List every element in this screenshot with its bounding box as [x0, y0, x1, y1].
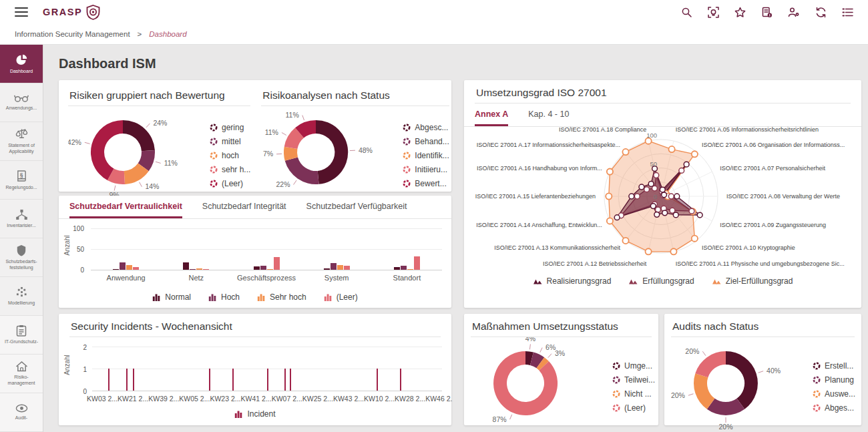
list-menu-icon[interactable]	[842, 7, 853, 17]
donut-slice-gering[interactable]	[123, 120, 155, 151]
radar-point[interactable]	[673, 212, 678, 218]
sidebar-item-dashboard[interactable]: Dashboard	[0, 45, 43, 83]
radar-point[interactable]	[660, 187, 665, 192]
radar-point[interactable]	[654, 212, 660, 217]
tab-annex-a[interactable]: Annex A	[475, 110, 508, 126]
favorite-star-icon[interactable]	[734, 7, 746, 18]
incident-bar[interactable]	[377, 369, 378, 391]
brand-logo[interactable]: GRASP	[43, 5, 100, 20]
bar-Sehr hoch[interactable]	[407, 269, 413, 270]
radar-point[interactable]	[684, 162, 689, 167]
bar-(Leer)[interactable]	[203, 269, 209, 270]
legend-item-Auswe...[interactable]: Auswe...	[813, 389, 855, 399]
sidebar-item-it-grundschutz[interactable]: IT-Grundschutz-	[0, 316, 43, 355]
radar-point[interactable]	[670, 208, 675, 213]
legend-item-(Leer)[interactable]: (Leer)	[612, 403, 655, 413]
sidebar-item-risikomanagement[interactable]: Risiko-management	[0, 355, 43, 393]
legend-item-Realisierungsgrad[interactable]: Realisierungsgrad	[533, 276, 612, 286]
bar-Sehr hoch[interactable]	[196, 268, 202, 270]
radar-point[interactable]	[650, 204, 656, 209]
radar-point[interactable]	[662, 192, 667, 198]
bar-Hoch[interactable]	[260, 266, 266, 270]
radar-point[interactable]	[668, 146, 674, 152]
legend-item-Hoch[interactable]: Hoch	[208, 292, 240, 302]
legend-item-(Leer)[interactable]: (Leer)	[324, 292, 358, 302]
bar-Hoch[interactable]	[190, 269, 196, 270]
legend-item-Identifik...[interactable]: Identifik...	[403, 151, 449, 160]
radar-point[interactable]	[674, 194, 680, 199]
bar-(Leer)[interactable]	[133, 267, 139, 270]
legend-item-Umge...[interactable]: Umge...	[612, 361, 655, 371]
bar-Sehr hoch[interactable]	[267, 269, 273, 270]
radar-point[interactable]	[670, 248, 676, 254]
bar-Hoch[interactable]	[120, 262, 126, 270]
bar-Normal[interactable]	[113, 269, 119, 270]
bar-Hoch[interactable]	[331, 263, 337, 270]
legend-item-gering[interactable]: gering	[210, 123, 250, 132]
radar-point[interactable]	[656, 207, 661, 212]
sidebar-item-inventarisierung[interactable]: Inventarisier...	[0, 200, 43, 238]
incident-bar[interactable]	[209, 369, 210, 391]
radar-point[interactable]	[614, 215, 620, 220]
sidebar-item-modellierung[interactable]: Modellierung	[0, 277, 43, 316]
bar-(Leer)[interactable]	[274, 257, 280, 270]
legend-item-Sehr hoch[interactable]: Sehr hoch	[257, 292, 306, 302]
radar-point[interactable]	[622, 238, 628, 244]
radar-point[interactable]	[692, 151, 698, 157]
legend-item-mittel[interactable]: mittel	[210, 137, 250, 146]
legend-item-Initiieru...[interactable]: Initiieru...	[403, 165, 449, 174]
tab-schutzbedarf-integritaet[interactable]: Schutzbedarf Integrität	[202, 202, 286, 218]
legend-item-sehr h...[interactable]: sehr h...	[210, 165, 250, 174]
radar-point[interactable]	[692, 236, 698, 242]
radar-point[interactable]	[622, 149, 628, 155]
legend-item-Behand...[interactable]: Behand...	[403, 137, 449, 146]
radar-point[interactable]	[662, 210, 668, 216]
menu-icon[interactable]	[15, 7, 28, 17]
radar-point[interactable]	[629, 194, 634, 199]
radar-point[interactable]	[654, 173, 659, 178]
legend-item-Teilwei...[interactable]: Teilwei...	[612, 375, 655, 385]
sidebar-item-statement-of-applicability[interactable]: Statement of Applicability	[0, 122, 43, 161]
radar-point[interactable]	[652, 186, 658, 191]
refresh-icon[interactable]	[815, 7, 827, 18]
tab-kap-4-10[interactable]: Kap. 4 - 10	[528, 110, 569, 126]
radar-point[interactable]	[607, 169, 613, 175]
bar-Hoch[interactable]	[401, 266, 407, 270]
legend-item-Abges...[interactable]: Abges...	[813, 403, 855, 413]
breadcrumb-section[interactable]: Information Security Management	[15, 30, 130, 38]
radar-point[interactable]	[679, 168, 684, 174]
radar-point[interactable]	[668, 194, 674, 199]
legend-item-Abgesc...[interactable]: Abgesc...	[403, 123, 449, 132]
incident-bar[interactable]	[126, 369, 128, 391]
incident-bar[interactable]	[284, 369, 286, 391]
report-info-icon[interactable]	[761, 7, 773, 18]
donut-slice-Abgesc...[interactable]	[316, 120, 348, 184]
bar-Normal[interactable]	[394, 267, 400, 270]
tab-schutzbedarf-vertraulichkeit[interactable]: Schutzbedarf Vertraulichkeit	[69, 202, 182, 218]
sidebar-item-audit[interactable]: Audit-	[0, 393, 43, 432]
radar-point[interactable]	[645, 248, 651, 254]
search-icon[interactable]	[681, 7, 692, 18]
face-scan-icon[interactable]	[708, 7, 719, 18]
incident-bar[interactable]	[133, 369, 134, 391]
sidebar-item-regelungsdokumente[interactable]: § Regelungsdo...	[0, 161, 43, 200]
radar-point[interactable]	[639, 184, 644, 190]
radar-point[interactable]	[644, 187, 650, 192]
breadcrumb-current[interactable]: Dashboard	[149, 30, 186, 38]
legend-item-Nicht ...[interactable]: Nicht ...	[612, 389, 655, 399]
bar-(Leer)[interactable]	[344, 266, 350, 270]
legend-item-Bewert...[interactable]: Bewert...	[403, 179, 449, 188]
sidebar-item-schutzbedarfsfeststellung[interactable]: Schutzbedarfs-feststellung	[0, 238, 43, 277]
incident-bar[interactable]	[267, 369, 268, 391]
bar-Normal[interactable]	[324, 268, 330, 270]
sidebar-item-anwendungs[interactable]: Anwendungs...	[0, 83, 43, 122]
legend-item-Planung[interactable]: Planung	[813, 375, 855, 385]
legend-item-Normal[interactable]: Normal	[152, 292, 191, 302]
legend-item-Incident[interactable]: Incident	[234, 409, 275, 419]
incident-bar[interactable]	[290, 369, 291, 391]
radar-point[interactable]	[634, 194, 640, 199]
legend-item-Ziel-Erfüllungsgrad[interactable]: Ziel-Erfüllungsgrad	[712, 276, 793, 286]
legend-item-hoch[interactable]: hoch	[210, 151, 250, 160]
legend-item-Erfüllungsgrad[interactable]: Erfüllungsgrad	[628, 276, 694, 286]
incident-bar[interactable]	[400, 369, 401, 391]
